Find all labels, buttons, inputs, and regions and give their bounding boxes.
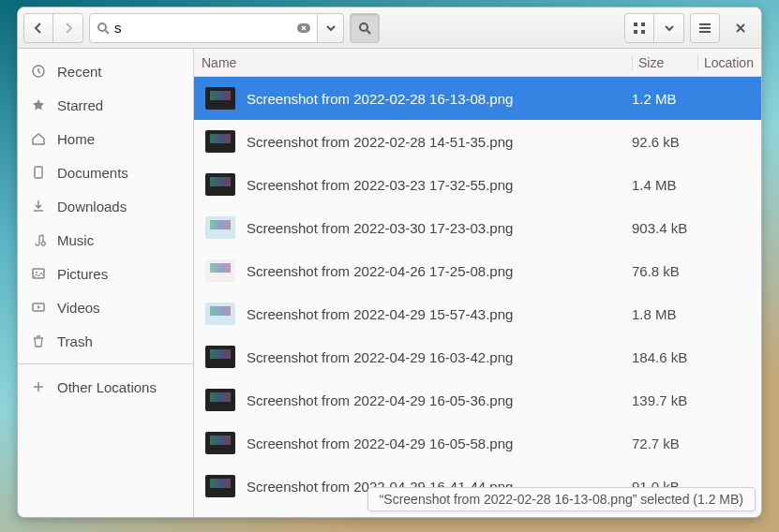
file-name: Screenshot from 2022-04-26 17-25-08.png xyxy=(247,263,621,279)
column-header-location[interactable]: Location xyxy=(697,55,761,70)
back-button[interactable] xyxy=(23,13,53,43)
downloads-icon xyxy=(31,199,46,214)
file-size: 76.8 kB xyxy=(632,263,761,279)
search-box[interactable] xyxy=(89,13,318,43)
svg-rect-5 xyxy=(634,30,637,34)
file-name: Screenshot from 2022-04-29 16-03-42.png xyxy=(247,349,621,365)
file-size: 72.7 kB xyxy=(632,436,761,451)
search-icon xyxy=(96,21,111,36)
svg-point-2 xyxy=(360,23,367,31)
table-row[interactable]: Screenshot from 2022-04-29 15-57-43.png1… xyxy=(194,292,761,335)
svg-rect-6 xyxy=(641,30,645,34)
table-row[interactable]: Screenshot from 2022-02-28 16-13-08.png1… xyxy=(194,77,761,120)
clear-search-icon[interactable] xyxy=(296,21,311,36)
sidebar-item-label: Starred xyxy=(57,97,103,113)
close-button[interactable] xyxy=(726,13,756,43)
svg-point-0 xyxy=(98,23,106,31)
file-name: Screenshot from 2022-04-29 16-05-36.png xyxy=(247,392,621,408)
status-bar: “Screenshot from 2022-02-28 16-13-08.png… xyxy=(367,487,756,511)
view-buttons xyxy=(624,13,684,43)
column-header-size[interactable]: Size xyxy=(632,55,697,70)
file-size: 1.2 MB xyxy=(632,91,761,107)
file-thumbnail xyxy=(205,87,235,110)
file-thumbnail xyxy=(205,432,235,454)
icon-view-button[interactable] xyxy=(624,13,654,43)
file-thumbnail xyxy=(205,389,235,411)
file-thumbnail xyxy=(205,475,235,497)
sidebar-item-music[interactable]: Music xyxy=(18,223,193,257)
sidebar-item-label: Pictures xyxy=(57,266,108,282)
sidebar-item-videos[interactable]: Videos xyxy=(18,290,193,324)
sidebar-item-label: Documents xyxy=(57,165,128,181)
sidebar-item-downloads[interactable]: Downloads xyxy=(18,189,193,223)
file-thumbnail xyxy=(205,346,235,368)
file-list[interactable]: Screenshot from 2022-02-28 16-13-08.png1… xyxy=(194,77,761,517)
music-icon xyxy=(31,232,46,247)
file-size: 1.4 MB xyxy=(632,177,761,193)
sidebar-item-label: Recent xyxy=(57,64,102,80)
documents-icon xyxy=(31,165,46,180)
file-name: Screenshot from 2022-02-28 16-13-08.png xyxy=(247,91,621,107)
home-icon xyxy=(31,131,46,146)
star-icon xyxy=(31,97,46,112)
file-size: 903.4 kB xyxy=(632,220,761,236)
hamburger-menu-button[interactable] xyxy=(690,13,720,43)
file-size: 92.6 kB xyxy=(632,134,761,150)
sidebar-item-home[interactable]: Home xyxy=(18,122,193,155)
table-row[interactable]: Screenshot from 2022-03-23 17-32-55.png1… xyxy=(194,163,761,206)
file-thumbnail xyxy=(205,130,235,153)
toolbar xyxy=(18,7,761,49)
sidebar-item-label: Videos xyxy=(57,300,100,316)
view-options-button[interactable] xyxy=(654,13,684,43)
trash-icon xyxy=(31,333,46,348)
sidebar-item-label: Other Locations xyxy=(57,379,157,395)
sidebar-item-recent[interactable]: Recent xyxy=(18,54,193,88)
content-area: Recent Starred Home Documents Downloads … xyxy=(18,49,761,517)
table-row[interactable]: Screenshot from 2022-04-26 17-25-08.png7… xyxy=(194,249,761,292)
clock-icon xyxy=(31,64,46,79)
table-row[interactable]: Screenshot from 2022-04-29 16-03-42.png1… xyxy=(194,335,761,378)
file-size: 139.7 kB xyxy=(632,392,761,408)
file-name: Screenshot from 2022-02-28 14-51-35.png xyxy=(247,134,621,150)
file-name: Screenshot from 2022-04-29 15-57-43.png xyxy=(247,306,621,322)
sidebar-item-label: Home xyxy=(57,131,95,147)
pictures-icon xyxy=(31,266,46,281)
plus-icon xyxy=(31,379,46,394)
svg-rect-3 xyxy=(634,22,637,26)
search-input[interactable] xyxy=(114,20,292,36)
search-toggle-button[interactable] xyxy=(350,13,380,43)
table-row[interactable]: Screenshot from 2022-02-28 14-51-35.png9… xyxy=(194,120,761,163)
table-row[interactable]: Screenshot from 2022-04-29 16-05-36.png1… xyxy=(194,378,761,421)
sidebar-item-label: Downloads xyxy=(57,199,127,214)
file-name: Screenshot from 2022-04-29 16-05-58.png xyxy=(247,436,621,451)
sidebar-item-starred[interactable]: Starred xyxy=(18,88,193,122)
file-manager-window: Recent Starred Home Documents Downloads … xyxy=(17,7,762,518)
file-thumbnail xyxy=(205,216,235,239)
column-header-name[interactable]: Name xyxy=(194,55,632,70)
sidebar: Recent Starred Home Documents Downloads … xyxy=(18,49,194,517)
table-row[interactable]: Screenshot from 2022-03-30 17-23-03.png9… xyxy=(194,206,761,249)
sidebar-item-trash[interactable]: Trash xyxy=(18,324,193,358)
file-name: Screenshot from 2022-03-23 17-32-55.png xyxy=(247,177,621,193)
sidebar-item-label: Trash xyxy=(57,333,93,349)
search-field-group xyxy=(89,13,344,43)
svg-rect-4 xyxy=(641,22,645,26)
nav-buttons xyxy=(23,13,83,43)
svg-rect-8 xyxy=(35,167,42,178)
sidebar-item-pictures[interactable]: Pictures xyxy=(18,257,193,290)
sidebar-separator xyxy=(18,363,193,364)
table-row[interactable]: Screenshot from 2022-04-29 16-05-58.png7… xyxy=(194,421,761,465)
sidebar-item-label: Music xyxy=(57,232,94,248)
main-pane: Name Size Location Screenshot from 2022-… xyxy=(194,49,761,517)
forward-button[interactable] xyxy=(53,13,83,43)
svg-point-10 xyxy=(36,272,37,273)
search-dropdown-button[interactable] xyxy=(318,13,344,43)
column-headers: Name Size Location xyxy=(194,49,761,77)
videos-icon xyxy=(31,300,46,315)
file-size: 1.8 MB xyxy=(632,306,761,322)
sidebar-item-documents[interactable]: Documents xyxy=(18,155,193,189)
file-thumbnail xyxy=(205,259,235,282)
file-name: Screenshot from 2022-03-30 17-23-03.png xyxy=(247,220,621,236)
sidebar-item-other-locations[interactable]: Other Locations xyxy=(18,370,193,404)
file-thumbnail xyxy=(205,303,235,325)
